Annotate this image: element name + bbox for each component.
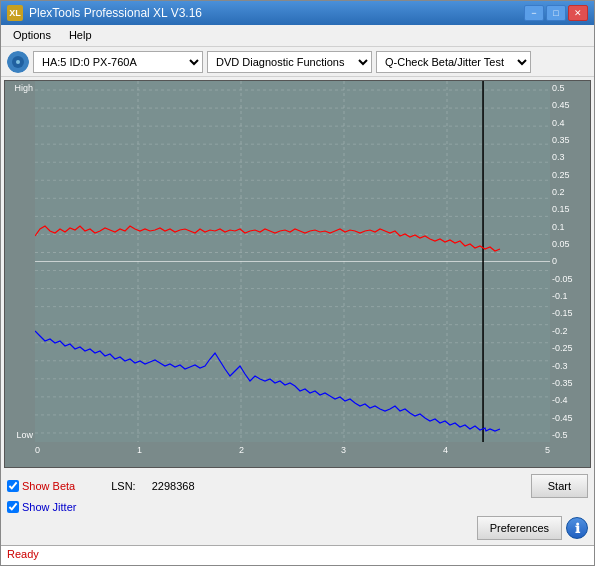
test-select[interactable]: Q-Check Beta/Jitter Test (376, 51, 531, 73)
jitter-row: Show Jitter (1, 501, 594, 515)
minimize-button[interactable]: − (524, 5, 544, 21)
chart-area: High Low 0.5 0.45 0.4 0.35 0.3 0.25 0.2 … (4, 80, 591, 468)
title-buttons: − □ ✕ (524, 5, 588, 21)
maximize-button[interactable]: □ (546, 5, 566, 21)
lsn-label: LSN: (111, 480, 135, 492)
show-jitter-checkbox[interactable] (7, 501, 19, 513)
menu-help[interactable]: Help (61, 27, 100, 44)
function-select[interactable]: DVD Diagnostic Functions (207, 51, 372, 73)
main-window: XL PlexTools Professional XL V3.16 − □ ✕… (0, 0, 595, 566)
chart-low-label: Low (16, 430, 33, 440)
status-bar-area: Show Beta LSN: 2298368 Start (1, 471, 594, 501)
show-beta-checkbox[interactable] (7, 480, 19, 492)
chart-right-axis: 0.5 0.45 0.4 0.35 0.3 0.25 0.2 0.15 0.1 … (550, 81, 590, 442)
chart-svg (35, 81, 550, 442)
show-beta-label[interactable]: Show Beta (7, 480, 75, 492)
menu-bar: Options Help (1, 25, 594, 47)
preferences-button[interactable]: Preferences (477, 516, 562, 540)
lsn-value: 2298368 (152, 480, 195, 492)
drive-icon (7, 51, 29, 73)
chart-left-axis: High Low (5, 81, 35, 442)
app-icon: XL (7, 5, 23, 21)
drive-select[interactable]: HA:5 ID:0 PX-760A (33, 51, 203, 73)
status-footer: Ready (1, 545, 594, 565)
chart-x-axis: 0 1 2 3 4 5 (35, 442, 550, 467)
close-button[interactable]: ✕ (568, 5, 588, 21)
window-title: PlexTools Professional XL V3.16 (29, 6, 202, 20)
start-button[interactable]: Start (531, 474, 588, 498)
bottom-bar: Preferences ℹ (1, 515, 594, 545)
title-bar: XL PlexTools Professional XL V3.16 − □ ✕ (1, 1, 594, 25)
status-text: Ready (7, 548, 39, 560)
show-jitter-checkbox-label[interactable]: Show Jitter (7, 501, 76, 513)
title-bar-left: XL PlexTools Professional XL V3.16 (7, 5, 202, 21)
chart-high-label: High (14, 83, 33, 93)
menu-options[interactable]: Options (5, 27, 59, 44)
svg-point-2 (16, 60, 20, 64)
info-button[interactable]: ℹ (566, 517, 588, 539)
toolbar: HA:5 ID:0 PX-760A DVD Diagnostic Functio… (1, 47, 594, 77)
